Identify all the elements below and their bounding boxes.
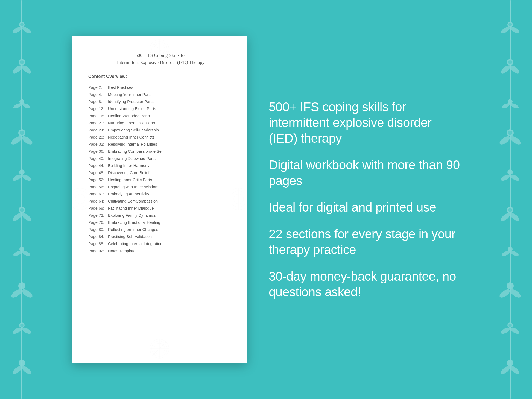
toc-item: Page 4:Meeting Your Inner Parts xyxy=(88,91,233,98)
svg-point-47 xyxy=(508,99,513,104)
svg-point-40 xyxy=(508,23,512,26)
feature-item-2: Ideal for digital and printed use xyxy=(269,200,460,215)
toc-title: Negotiating Inner Conflicts xyxy=(108,135,154,139)
toc-page-number: Page 88: xyxy=(88,242,107,246)
toc-page-number: Page 40: xyxy=(88,156,107,161)
table-of-contents: Page 2:Best PracticesPage 4:Meeting Your… xyxy=(88,84,233,254)
toc-title: Best Practices xyxy=(108,85,133,90)
toc-page-number: Page 28: xyxy=(88,135,107,139)
toc-page-number: Page 20: xyxy=(88,121,107,125)
toc-item: Page 72:Exploring Family Dynamics xyxy=(88,212,233,219)
svg-point-12 xyxy=(10,135,23,146)
svg-point-49 xyxy=(509,135,522,146)
svg-point-19 xyxy=(11,212,23,222)
document-preview: 500+ IFS Coping Skills for Intermittent … xyxy=(72,36,247,363)
svg-point-48 xyxy=(498,135,511,146)
toc-title: Integrating Disowned Parts xyxy=(108,156,156,161)
floral-left-decoration xyxy=(0,0,44,399)
toc-title: Healing Inner Critic Parts xyxy=(108,178,152,182)
toc-item: Page 36:Embracing Compassionate Self xyxy=(88,148,233,155)
toc-page-number: Page 32: xyxy=(88,142,107,146)
svg-point-26 xyxy=(10,288,23,299)
toc-item: Page 80:Reflecting on Inner Changes xyxy=(88,226,233,233)
toc-title: Embracing Emotional Healing xyxy=(108,220,160,225)
toc-page-number: Page 64: xyxy=(88,199,107,203)
svg-point-62 xyxy=(498,288,511,299)
toc-item: Page 32:Resolving Internal Polarities xyxy=(88,141,233,148)
svg-point-6 xyxy=(21,64,32,75)
svg-point-20 xyxy=(21,212,32,222)
toc-title: Cultivating Self-Compassion xyxy=(108,199,158,203)
toc-header: Content Overview: xyxy=(88,74,233,79)
toc-title: Building Inner Harmony xyxy=(108,163,150,168)
toc-item: Page 52:Healing Inner Critic Parts xyxy=(88,176,233,183)
toc-title: Identifying Protector Parts xyxy=(108,99,154,104)
toc-item: Page 20:Nurturing Inner Child Parts xyxy=(88,119,233,127)
svg-point-11 xyxy=(19,99,24,104)
svg-point-32 xyxy=(20,324,24,327)
toc-title: Celebrating Internal Integration xyxy=(108,242,162,246)
toc-item: Page 88:Celebrating Internal Integration xyxy=(88,240,233,247)
svg-point-15 xyxy=(20,131,24,135)
feature-item-3: 22 sections for every stage in your ther… xyxy=(269,226,460,258)
toc-title: Practicing Self-Validation xyxy=(108,234,152,239)
svg-point-44 xyxy=(508,60,512,64)
svg-point-28 xyxy=(18,282,25,289)
toc-title: Nurturing Inner Child Parts xyxy=(108,121,155,125)
toc-title: Reflecting on Inner Changes xyxy=(108,227,158,232)
toc-item: Page 24:Empowering Self-Leadership xyxy=(88,127,233,134)
toc-item: Page 44:Building Inner Harmony xyxy=(88,162,233,169)
toc-page-number: Page 92: xyxy=(88,249,107,253)
svg-point-69 xyxy=(500,365,511,375)
svg-point-18 xyxy=(19,169,25,175)
svg-point-5 xyxy=(11,64,23,75)
toc-page-number: Page 2: xyxy=(88,85,107,90)
doc-watermark-top xyxy=(132,38,187,61)
doc-watermark-bottom xyxy=(132,338,187,361)
toc-page-number: Page 60: xyxy=(88,192,107,196)
feature-item-4: 30-day money-back guarantee, no question… xyxy=(269,269,460,300)
feature-item-1: Digital workbook with more than 90 pages xyxy=(269,157,460,189)
toc-page-number: Page 48: xyxy=(88,171,107,175)
svg-point-25 xyxy=(19,247,24,252)
svg-point-13 xyxy=(21,135,34,146)
svg-point-61 xyxy=(508,247,513,252)
svg-point-54 xyxy=(507,169,513,175)
toc-page-number: Page 36: xyxy=(88,149,107,154)
toc-item: Page 48:Discovering Core Beliefs xyxy=(88,169,233,176)
toc-title: Understanding Exiled Parts xyxy=(108,107,156,111)
svg-point-70 xyxy=(509,365,521,375)
svg-point-42 xyxy=(509,64,521,75)
toc-title: Healing Wounded Parts xyxy=(108,114,150,118)
doc-watermark-side-right xyxy=(232,158,245,241)
toc-page-number: Page 52: xyxy=(88,178,107,182)
svg-point-4 xyxy=(20,23,24,26)
toc-page-number: Page 56: xyxy=(88,185,107,189)
toc-title: Resolving Internal Polarities xyxy=(108,142,157,146)
svg-point-58 xyxy=(508,208,512,212)
toc-page-number: Page 16: xyxy=(88,114,107,118)
toc-item: Page 76:Embracing Emotional Healing xyxy=(88,219,233,226)
toc-item: Page 2:Best Practices xyxy=(88,84,233,91)
svg-point-8 xyxy=(20,60,24,64)
svg-point-63 xyxy=(509,288,522,299)
toc-item: Page 92:Notes Template xyxy=(88,247,233,254)
toc-title: Embracing Compassionate Self xyxy=(108,149,163,154)
svg-point-33 xyxy=(11,365,23,375)
svg-point-34 xyxy=(21,365,32,375)
toc-page-number: Page 84: xyxy=(88,234,107,239)
main-content: 500+ IFS Coping Skills for Intermittent … xyxy=(0,19,532,380)
toc-page-number: Page 24: xyxy=(88,128,107,132)
svg-point-22 xyxy=(20,208,24,212)
toc-item: Page 56:Engaging with Inner Wisdom xyxy=(88,183,233,190)
toc-page-number: Page 12: xyxy=(88,107,107,111)
toc-title: Empowering Self-Leadership xyxy=(108,128,159,132)
toc-page-number: Page 76: xyxy=(88,220,107,225)
toc-title: Facilitating Inner Dialogue xyxy=(108,206,154,210)
toc-page-number: Page 4: xyxy=(88,92,107,97)
toc-title: Exploring Family Dynamics xyxy=(108,213,156,218)
toc-title: Meeting Your Inner Parts xyxy=(108,92,152,97)
svg-point-27 xyxy=(21,288,34,299)
toc-title: Embodying Authenticity xyxy=(108,192,149,196)
toc-page-number: Page 8: xyxy=(88,99,107,104)
